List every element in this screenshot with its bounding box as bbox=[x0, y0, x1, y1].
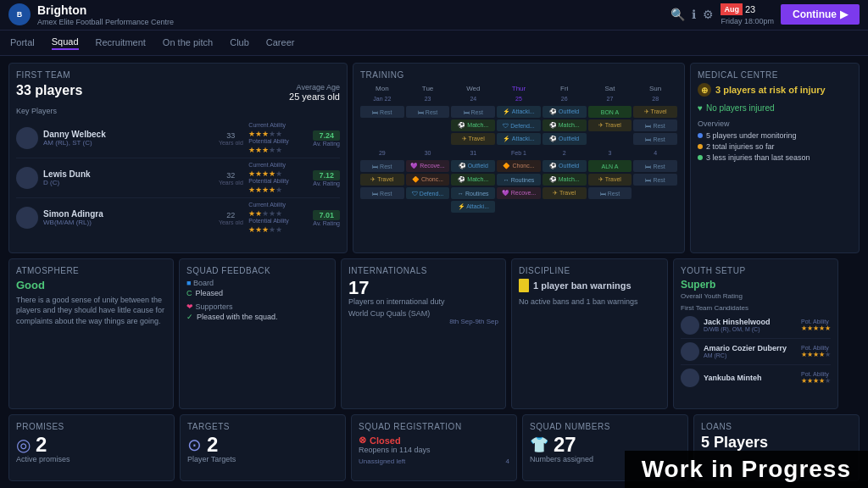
training-cell: 🛏 Rest bbox=[406, 106, 450, 118]
date-cell: 29 bbox=[360, 150, 404, 156]
atmosphere-card: Atmosphere Good There is a good sense of… bbox=[8, 258, 174, 410]
stars-empty: ★★ bbox=[269, 225, 282, 234]
feedback-title: Squad Feedback bbox=[186, 266, 328, 275]
board-status-text: Pleased bbox=[196, 289, 224, 297]
training-cell: 🛏 Rest bbox=[633, 133, 677, 145]
numbers-count: 27 bbox=[554, 435, 576, 455]
training-cell: ↔ Routines bbox=[497, 174, 541, 186]
training-day-col: BON A ✈ Travel bbox=[588, 106, 632, 146]
continue-button[interactable]: Continue ▶ bbox=[781, 4, 860, 25]
training-card: Training Mon Tue Wed Thur Fri Sat Sun Ja… bbox=[353, 63, 685, 253]
supporters-status: ✓ Pleased with the squad. bbox=[186, 313, 328, 321]
training-cell: 🛡 Defend... bbox=[406, 187, 450, 199]
reg-sub: Reopens in 114 days bbox=[359, 446, 509, 454]
intl-dates: 8th Sep-9th Sep bbox=[348, 318, 498, 325]
nav-career[interactable]: Career bbox=[266, 37, 295, 49]
settings-icon[interactable]: ⚙ bbox=[703, 8, 714, 21]
date-cell: Jan 22 bbox=[360, 96, 404, 102]
targets-title: Targets bbox=[187, 422, 338, 431]
heart-icon: ♥ bbox=[698, 103, 703, 113]
promises-count: 2 bbox=[36, 435, 47, 455]
training-cell: 🔶 Chonc... bbox=[497, 160, 541, 172]
dot-icon bbox=[698, 155, 703, 160]
promises-icon: ◎ bbox=[16, 435, 31, 455]
main-content: First Team 33 players Average Age 25 yea… bbox=[0, 56, 868, 488]
youth-rating-label: Overall Youth Rating bbox=[681, 292, 831, 300]
continue-label: Continue bbox=[793, 8, 837, 20]
training-cell: ⚽ Outfield bbox=[542, 133, 587, 145]
club-info: B Brighton Amex Elite Football Performan… bbox=[8, 3, 174, 26]
date-cell: 28 bbox=[633, 96, 677, 102]
yellow-card-icon bbox=[519, 279, 529, 292]
candidates-label: First Team Candidates bbox=[681, 304, 831, 312]
unassigned-label: Unassigned left bbox=[359, 458, 405, 465]
search-icon[interactable]: 🔍 bbox=[670, 8, 685, 21]
board-label: ■ Board bbox=[186, 279, 328, 287]
discipline-card: Discipline 1 player ban warnings No acti… bbox=[511, 258, 668, 410]
training-cell: 🛡 Defend... bbox=[497, 119, 541, 131]
stars-filled: ★★ bbox=[248, 209, 262, 218]
training-cell: 🛏 Rest bbox=[633, 119, 677, 131]
key-players-label: Key Players bbox=[16, 107, 340, 115]
training-day-col: ALN A ✈ Travel 🛏 Rest bbox=[588, 160, 632, 214]
injury-alert: ⊕ 3 players at risk of injury bbox=[698, 83, 852, 97]
stars-filled: ★★★ bbox=[248, 130, 269, 138]
reg-title: Squad Registration bbox=[359, 422, 509, 431]
training-day-col: ⚽ Outfield ⚽ Match... ⚽ Outfield bbox=[542, 106, 587, 146]
registration-card: Squad Registration ⊗ Closed Reopens in 1… bbox=[351, 414, 517, 481]
training-cell: ✈ Travel bbox=[542, 187, 587, 199]
nav-recruitment[interactable]: Recruitment bbox=[96, 37, 146, 49]
overview-text: 5 players under monitoring bbox=[706, 131, 797, 140]
training-cell: ⚽ Outfield bbox=[542, 106, 587, 118]
month-badge: Aug bbox=[721, 3, 743, 16]
stars-empty: ★ bbox=[275, 186, 282, 194]
date-block: Aug 23 Friday 18:00pm bbox=[721, 3, 774, 27]
day-header: Mon bbox=[360, 83, 404, 94]
training-cell: 🛏 Rest bbox=[633, 174, 677, 186]
pot-ability-label: Pot. Ability bbox=[801, 371, 831, 377]
date-cell: 27 bbox=[588, 96, 632, 102]
player-age: 32 bbox=[218, 171, 243, 180]
nav-squad[interactable]: Squad bbox=[52, 36, 79, 50]
overview-title: Overview bbox=[698, 119, 852, 128]
intl-title: Internationals bbox=[348, 266, 498, 275]
training-cell: ⚽ Match... bbox=[542, 119, 587, 131]
training-day-col: 🛏 Rest bbox=[406, 106, 450, 146]
stars-filled: ★★★ bbox=[248, 146, 269, 154]
player-position: D (C) bbox=[43, 179, 213, 186]
info-icon[interactable]: ℹ bbox=[692, 8, 696, 21]
years-label: Years old bbox=[218, 219, 243, 225]
targets-content: ⊙ 2 bbox=[187, 435, 338, 455]
stars: ★★★★★ bbox=[801, 377, 831, 385]
shirt-icon: 👕 bbox=[530, 435, 548, 454]
player-name: Simon Adingra bbox=[43, 209, 213, 219]
status-text: Closed bbox=[370, 435, 401, 446]
training-cell: ✈ Travel bbox=[451, 133, 495, 145]
arrow-icon: ▶ bbox=[840, 8, 848, 20]
date-cell: 24 bbox=[451, 96, 495, 102]
player-row: Danny Welbeck AM (RL), ST (C) 33 Years o… bbox=[16, 119, 340, 158]
day-time: Friday 18:00pm bbox=[721, 16, 774, 27]
training-cell: ⚡ Attacki... bbox=[451, 201, 495, 213]
player-position: WB(M/AM (RL)) bbox=[43, 219, 213, 226]
rating-badge: 7.01 bbox=[313, 210, 340, 220]
targets-icon: ⊙ bbox=[187, 435, 202, 455]
nav-portal[interactable]: Portal bbox=[10, 37, 35, 49]
targets-card: Targets ⊙ 2 Player Targets bbox=[180, 414, 346, 481]
date-number: 23 bbox=[745, 3, 755, 16]
pot-ability-label: Pot. Ability bbox=[801, 345, 831, 351]
nav-on-the-pitch[interactable]: On the pitch bbox=[163, 37, 213, 49]
training-cell: 🛏 Rest bbox=[588, 187, 632, 199]
club-logo: B bbox=[8, 3, 31, 25]
training-day-col: ✈ Travel 🛏 Rest 🛏 Rest bbox=[633, 106, 677, 146]
closed-icon: ⊗ bbox=[359, 435, 366, 446]
player-name: Lewis Dunk bbox=[43, 169, 213, 179]
club-name: Brighton bbox=[37, 3, 174, 18]
medical-title: Medical Centre bbox=[698, 70, 852, 80]
atmosphere-description: There is a good sense of unity between t… bbox=[16, 295, 166, 327]
nav-club[interactable]: Club bbox=[230, 37, 249, 49]
intl-label: Players on international duty bbox=[348, 297, 498, 306]
discipline-sub: No active bans and 1 ban warnings bbox=[519, 297, 660, 306]
training-cell: ⚡ Attacki... bbox=[497, 106, 541, 118]
pa-label: Potential Ability bbox=[248, 138, 308, 144]
